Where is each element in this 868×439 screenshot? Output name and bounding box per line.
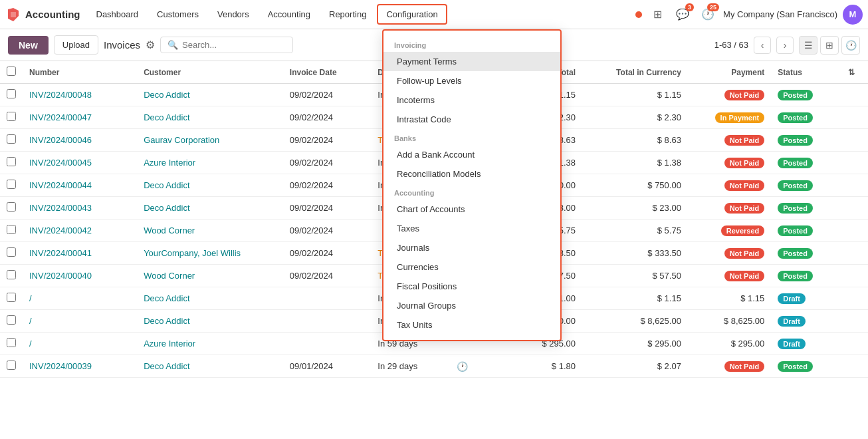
row-activity[interactable]: 🕐: [450, 355, 502, 378]
col-header-status[interactable]: Status: [771, 61, 841, 84]
nav-item-accounting[interactable]: Accounting: [260, 5, 318, 23]
customer-link[interactable]: Deco Addict: [144, 203, 189, 213]
row-number[interactable]: INV/2024/00046: [23, 129, 137, 152]
invoice-number-link[interactable]: INV/2024/00046: [29, 135, 92, 145]
messages-button[interactable]: 💬 3: [673, 5, 693, 25]
customer-link[interactable]: Azure Interior: [144, 339, 195, 349]
row-number[interactable]: /: [23, 333, 137, 355]
row-checkbox[interactable]: [7, 112, 16, 121]
row-checkbox-cell[interactable]: [0, 242, 23, 265]
nav-item-vendors[interactable]: Vendors: [209, 5, 257, 23]
row-options[interactable]: [841, 242, 868, 265]
row-checkbox[interactable]: [7, 315, 16, 325]
row-options[interactable]: [841, 84, 868, 106]
invoice-number-link[interactable]: /: [29, 339, 32, 349]
row-options[interactable]: [841, 265, 868, 287]
pagination-prev-button[interactable]: ‹: [754, 37, 771, 54]
customer-link[interactable]: YourCompany, Joel Willis: [144, 248, 241, 258]
row-options[interactable]: [841, 197, 868, 220]
customer-link[interactable]: Deco Addict: [144, 316, 189, 326]
row-checkbox-cell[interactable]: [0, 287, 23, 310]
customer-link[interactable]: Wood Corner: [144, 271, 195, 281]
row-number[interactable]: INV/2024/00043: [23, 197, 137, 220]
row-options[interactable]: [841, 106, 868, 129]
invoice-number-link[interactable]: /: [29, 293, 32, 303]
invoice-number-link[interactable]: INV/2024/00041: [29, 248, 92, 258]
col-header-invoice-date[interactable]: Invoice Date: [283, 61, 371, 84]
row-checkbox-cell[interactable]: [0, 333, 23, 355]
row-checkbox[interactable]: [7, 180, 16, 189]
invoice-number-link[interactable]: INV/2024/00044: [29, 180, 92, 190]
menu-item-incoterms[interactable]: Incoterms: [383, 90, 560, 110]
customer-link[interactable]: Deco Addict: [144, 293, 189, 303]
menu-item-reconciliation-models[interactable]: Reconciliation Models: [383, 164, 560, 184]
select-all-header[interactable]: [0, 61, 23, 84]
row-options[interactable]: [841, 287, 868, 310]
settings-gear-icon[interactable]: ⚙: [146, 39, 155, 51]
grid-menu-button[interactable]: ⊞: [647, 5, 667, 25]
row-options[interactable]: [841, 355, 868, 378]
new-button[interactable]: New: [8, 36, 49, 55]
avatar[interactable]: M: [843, 5, 863, 25]
row-number[interactable]: /: [23, 287, 137, 310]
search-input[interactable]: [182, 40, 275, 50]
menu-item-taxes[interactable]: Taxes: [383, 219, 560, 238]
invoice-number-link[interactable]: INV/2024/00040: [29, 271, 92, 281]
col-header-number[interactable]: Number: [23, 61, 137, 84]
row-number[interactable]: INV/2024/00041: [23, 242, 137, 265]
row-number[interactable]: /: [23, 310, 137, 333]
customer-link[interactable]: Wood Corner: [144, 225, 195, 235]
row-options[interactable]: [841, 129, 868, 152]
row-customer[interactable]: Azure Interior: [137, 333, 283, 355]
customer-link[interactable]: Deco Addict: [144, 112, 189, 122]
menu-item-journal-groups[interactable]: Journal Groups: [383, 296, 560, 315]
row-checkbox[interactable]: [7, 361, 16, 370]
row-number[interactable]: INV/2024/00045: [23, 152, 137, 174]
row-checkbox[interactable]: [7, 270, 16, 279]
invoice-number-link[interactable]: INV/2024/00039: [29, 361, 92, 371]
nav-item-reporting[interactable]: Reporting: [321, 5, 374, 23]
select-all-checkbox[interactable]: [7, 67, 16, 76]
customer-link[interactable]: Deco Addict: [144, 361, 189, 371]
row-customer[interactable]: Deco Addict: [137, 355, 283, 378]
customer-link[interactable]: Deco Addict: [144, 180, 189, 190]
row-checkbox-cell[interactable]: [0, 265, 23, 287]
row-checkbox[interactable]: [7, 338, 16, 347]
row-checkbox-cell[interactable]: [0, 84, 23, 106]
clock-view-button[interactable]: 🕐: [841, 36, 860, 55]
menu-item-add-bank-account[interactable]: Add a Bank Account: [383, 145, 560, 164]
row-customer[interactable]: Deco Addict: [137, 287, 283, 310]
row-customer[interactable]: Wood Corner: [137, 220, 283, 242]
row-options[interactable]: [841, 310, 868, 333]
row-checkbox-cell[interactable]: [0, 174, 23, 197]
list-view-button[interactable]: ☰: [799, 36, 817, 55]
kanban-view-button[interactable]: ⊞: [820, 36, 839, 55]
row-checkbox[interactable]: [7, 202, 16, 212]
menu-item-journals[interactable]: Journals: [383, 238, 560, 257]
invoice-number-link[interactable]: INV/2024/00047: [29, 112, 92, 122]
pagination-next-button[interactable]: ›: [776, 37, 794, 54]
invoice-number-link[interactable]: INV/2024/00045: [29, 158, 92, 168]
row-customer[interactable]: Deco Addict: [137, 106, 283, 129]
row-checkbox-cell[interactable]: [0, 220, 23, 242]
row-checkbox[interactable]: [7, 157, 16, 166]
menu-item-follow-up-levels[interactable]: Follow-up Levels: [383, 71, 560, 90]
customer-link[interactable]: Deco Addict: [144, 90, 189, 100]
nav-item-configuration[interactable]: Configuration: [377, 4, 447, 25]
row-options[interactable]: [841, 220, 868, 242]
invoice-number-link[interactable]: INV/2024/00048: [29, 90, 92, 100]
row-number[interactable]: INV/2024/00039: [23, 355, 137, 378]
col-header-payment[interactable]: Payment: [688, 61, 771, 84]
row-checkbox-cell[interactable]: [0, 106, 23, 129]
row-customer[interactable]: Wood Corner: [137, 265, 283, 287]
row-customer[interactable]: Deco Addict: [137, 84, 283, 106]
row-customer[interactable]: Azure Interior: [137, 152, 283, 174]
row-number[interactable]: INV/2024/00042: [23, 220, 137, 242]
invoice-number-link[interactable]: INV/2024/00043: [29, 203, 92, 213]
row-customer[interactable]: Gaurav Corporation: [137, 129, 283, 152]
invoice-number-link[interactable]: INV/2024/00042: [29, 225, 92, 235]
invoice-number-link[interactable]: /: [29, 316, 32, 326]
row-options[interactable]: [841, 174, 868, 197]
row-customer[interactable]: Deco Addict: [137, 174, 283, 197]
app-logo[interactable]: Accounting: [5, 7, 80, 23]
